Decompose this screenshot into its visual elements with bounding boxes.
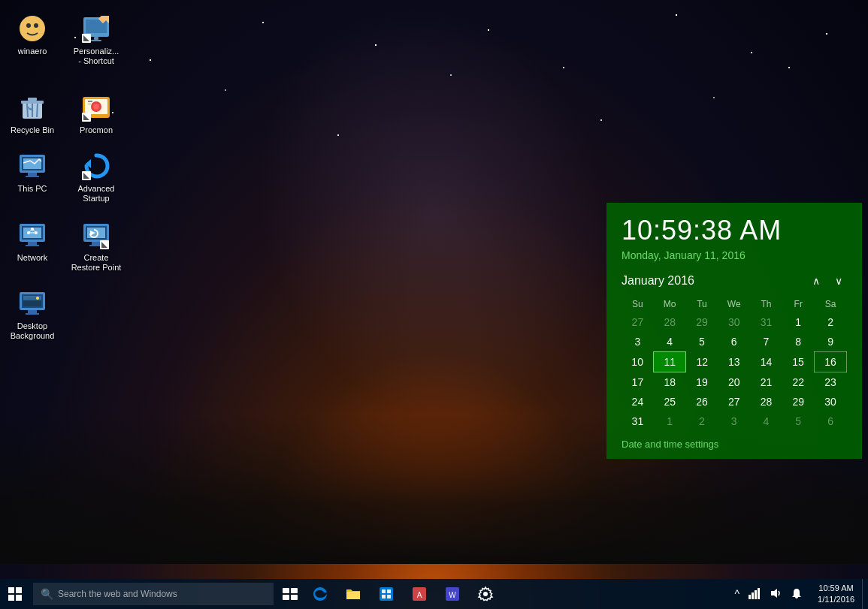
calendar-day[interactable]: 4 [750,412,782,431]
svg-rect-73 [755,590,757,599]
calendar-day[interactable]: 29 [782,392,815,412]
svg-rect-71 [749,595,751,599]
day-header-mo: Mo [654,296,686,312]
tray-notification-icon[interactable] [788,586,806,603]
personalization-icon [81,14,111,44]
calendar-day[interactable]: 3 [622,332,654,352]
calendar-day[interactable]: 17 [622,372,654,393]
search-bar[interactable]: 🔍 Search the web and Windows [33,583,274,605]
calendar-day[interactable]: 3 [718,412,750,431]
desktop-icon-create-restore[interactable]: CreateRestore Point [68,214,125,279]
svg-rect-13 [28,98,37,101]
calendar-day[interactable]: 12 [686,352,718,372]
taskbar-settings[interactable] [469,579,502,609]
calendar-day[interactable]: 28 [750,392,782,412]
svg-point-1 [26,23,31,28]
tray-volume-icon[interactable] [767,586,785,603]
datetime-settings-link[interactable]: Date and time settings [622,439,847,450]
desktop-icons: winaero Personaliz...- Shortcut [4,8,128,347]
taskbar-edge[interactable] [304,579,337,609]
svg-rect-6 [91,40,101,41]
svg-point-55 [36,297,39,300]
calendar-day[interactable]: 27 [718,392,750,412]
calendar-day[interactable]: 13 [718,352,750,372]
show-desktop-button[interactable] [862,579,868,609]
svg-rect-59 [291,595,298,600]
desktop-icon-network[interactable]: Network [4,214,61,279]
taskbar-app5[interactable]: W [436,579,469,609]
calendar-day[interactable]: 24 [622,392,654,412]
calendar-day[interactable]: 30 [815,392,847,412]
calendar-day[interactable]: 5 [782,412,815,431]
personalization-label: Personaliz...- Shortcut [74,47,119,66]
calendar-day[interactable]: 8 [782,332,815,352]
calendar-day[interactable]: 4 [654,332,686,352]
system-tray: ^ [727,579,810,609]
calendar-day[interactable]: 11 [654,352,686,372]
calendar-day[interactable]: 28 [654,312,686,332]
calendar-navigation: ∧ ∨ [808,273,847,288]
svg-rect-33 [26,245,39,246]
calendar-day[interactable]: 21 [750,372,782,393]
taskbar-store[interactable] [370,579,403,609]
calendar-day[interactable]: 31 [622,412,654,431]
svg-rect-60 [346,592,360,599]
desktop-icon-procmon[interactable]: Procmon [68,86,125,141]
calendar-day[interactable]: 18 [654,372,686,393]
calendar-day[interactable]: 10 [622,352,654,372]
desktop-icon-this-pc[interactable]: This PC [4,145,61,210]
calendar-day[interactable]: 14 [750,352,782,372]
app5-icon: W [444,586,461,602]
calendar-day[interactable]: 6 [815,412,847,431]
calendar-day[interactable]: 7 [750,332,782,352]
task-view-button[interactable] [277,579,304,609]
calendar-day[interactable]: 31 [750,312,782,332]
calendar-day[interactable]: 15 [782,352,815,372]
calendar-day[interactable]: 9 [815,332,847,352]
calendar-day[interactable]: 27 [622,312,654,332]
svg-rect-18 [88,101,92,102]
calendar-day[interactable]: 30 [718,312,750,332]
calendar-day[interactable]: 1 [654,412,686,431]
task-view-icon [283,588,298,600]
svg-rect-58 [283,595,289,600]
calendar-body: 2728293031123456789101112131415161718192… [622,312,847,431]
calendar-day[interactable]: 26 [686,392,718,412]
start-button[interactable] [0,579,30,609]
desktop-icon-advanced-startup[interactable]: AdvancedStartup [68,145,125,210]
taskbar-app4[interactable]: A [403,579,436,609]
calendar-day[interactable]: 2 [815,312,847,332]
calendar-day[interactable]: 5 [686,332,718,352]
calendar-day[interactable]: 2 [686,412,718,431]
taskbar: 🔍 Search the web and Windows [0,579,868,609]
taskbar-clock-time: 10:59 AM [818,583,853,594]
desktop-icon-desktop-background[interactable]: DesktopBackground [4,282,61,347]
tray-network-icon[interactable] [746,586,764,603]
desktop-icon-recycle-bin[interactable]: Recycle Bin [4,86,61,141]
taskbar-file-explorer[interactable] [337,579,370,609]
calendar-day[interactable]: 25 [654,392,686,412]
svg-rect-54 [23,300,41,306]
tray-chevron[interactable]: ^ [731,586,742,601]
desktop-icon-winaero[interactable]: winaero [4,8,61,83]
desktop: winaero Personaliz...- Shortcut [0,0,868,609]
this-pc-icon [17,151,47,181]
calendar-day[interactable]: 6 [718,332,750,352]
calendar-day[interactable]: 29 [686,312,718,332]
file-explorer-icon [345,586,361,602]
taskbar-clock[interactable]: 10:59 AM 1/11/2016 [810,579,862,609]
svg-rect-5 [94,37,98,40]
calendar-day[interactable]: 1 [782,312,815,332]
svg-point-2 [34,23,38,28]
calendar-day[interactable]: 22 [782,372,815,393]
calendar-prev-button[interactable]: ∧ [808,273,824,288]
calendar-day[interactable]: 20 [718,372,750,393]
calendar-grid: Su Mo Tu We Th Fr Sa 2728293031123456789… [622,296,847,431]
calendar-day[interactable]: 19 [686,372,718,393]
calendar-day[interactable]: 16 [815,352,847,372]
desktop-icon-personalization[interactable]: Personaliz...- Shortcut [68,8,125,83]
calendar-day[interactable]: 23 [815,372,847,393]
day-header-th: Th [750,296,782,312]
calendar-next-button[interactable]: ∨ [830,273,847,288]
procmon-icon [81,92,111,122]
